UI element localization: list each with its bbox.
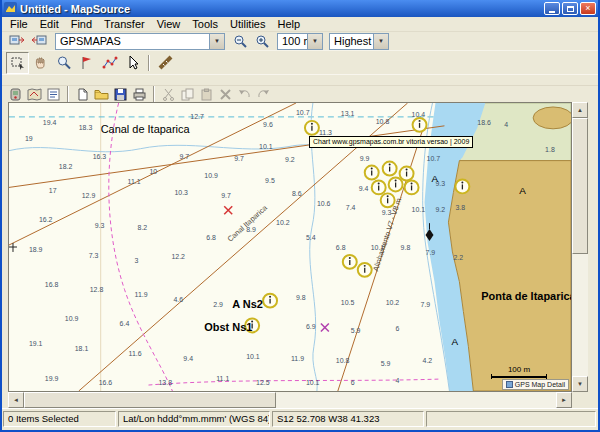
delete-x-icon (218, 88, 233, 101)
product-dropdown[interactable]: GPSMAPAS ▼ (55, 33, 225, 50)
menu-item-view[interactable]: View (151, 17, 187, 31)
route-tool-button[interactable] (98, 52, 121, 74)
map-product-button[interactable] (25, 87, 44, 102)
depth-sounding: 11.1 (128, 178, 141, 185)
selection-box-tool-button[interactable] (6, 52, 29, 74)
depth-sounding: 7.9 (426, 249, 436, 256)
scale-bar: 100 m (491, 365, 547, 379)
menu-item-find[interactable]: Find (65, 17, 98, 31)
scroll-down-button[interactable]: ▼ (572, 376, 588, 392)
depth-sounding: 16.2 (39, 216, 53, 223)
status-grid-format: Lat/Lon hddd°mm.mmm' (WGS 84) (118, 411, 270, 427)
open-device-button[interactable] (6, 87, 25, 102)
scroll-up-button[interactable]: ▲ (572, 102, 588, 118)
save-button[interactable] (111, 87, 130, 102)
buoy-symbol (400, 167, 414, 181)
zoom-in-icon (255, 34, 271, 48)
buoy-symbol (263, 294, 277, 308)
scroll-right-button[interactable]: ► (556, 392, 572, 408)
waypoint-manager-button[interactable] (44, 87, 63, 102)
undo-button[interactable] (235, 87, 254, 102)
depth-sounding: 10.7 (296, 109, 310, 116)
app-icon (4, 2, 17, 15)
toolbar-separator (67, 86, 69, 102)
maximize-button[interactable] (562, 2, 578, 15)
menu-item-file[interactable]: File (4, 17, 34, 31)
dropdown-arrow-icon[interactable]: ▼ (373, 34, 388, 49)
open-folder-icon (94, 88, 109, 101)
status-position: S12 52.708 W38 41.323 (272, 411, 424, 427)
dropdown-arrow-icon[interactable]: ▼ (209, 34, 224, 49)
minimize-button[interactable] (544, 2, 560, 15)
depth-sounding: 13.1 (341, 110, 355, 117)
map-label: Ponta de Itaparica (481, 290, 571, 302)
waypoint-tool-button[interactable] (75, 52, 98, 74)
map-viewport[interactable]: 19.41918.312.710.713.110.811.316.110.49.… (8, 102, 572, 392)
cut-button[interactable] (159, 87, 178, 102)
zoom-in-button[interactable] (252, 33, 274, 49)
select-arrow-tool-button[interactable] (121, 52, 144, 74)
status-filler (426, 411, 596, 427)
scroll-left-button[interactable]: ◄ (8, 392, 24, 408)
depth-sounding: 10.7 (427, 155, 441, 162)
horizontal-scrollbar[interactable]: ◄ ► (8, 392, 572, 408)
menu-item-utilities[interactable]: Utilities (224, 17, 271, 31)
vertical-scroll-thumb[interactable] (572, 118, 588, 254)
vertical-scrollbar[interactable]: ▲ ▼ (572, 102, 588, 392)
zoom-scale-dropdown[interactable]: 100 m ▼ (277, 33, 323, 50)
toolbar-main: GPSMAPAS ▼ 100 m ▼ Highest ▼ (2, 32, 598, 50)
pan-hand-tool-button[interactable] (29, 52, 52, 74)
depth-sounding: 11.9 (135, 291, 148, 298)
depth-sounding: 10.9 (204, 172, 218, 179)
zoom-tool-button[interactable] (52, 52, 75, 74)
nautical-chart[interactable]: 19.41918.312.710.713.110.811.316.110.49.… (9, 103, 571, 391)
depth-sounding: 9.7 (221, 192, 231, 199)
distance-tool-button[interactable] (154, 52, 177, 74)
new-document-button[interactable] (73, 87, 92, 102)
send-to-device-button[interactable] (6, 33, 28, 49)
depth-sounding: 10.3 (174, 189, 188, 196)
selection-box-icon (10, 55, 26, 71)
buoy-symbol (405, 180, 419, 194)
buoy-symbol (413, 118, 427, 132)
copy-button[interactable] (178, 87, 197, 102)
paste-button[interactable] (197, 87, 216, 102)
buoy-symbol (372, 180, 386, 194)
depth-sounding: 3 (135, 257, 139, 264)
zoom-out-button[interactable] (230, 33, 252, 49)
depth-sounding: 9.7 (179, 153, 189, 160)
copy-icon (180, 88, 195, 101)
depth-sounding: 16.8 (45, 281, 59, 288)
depth-sounding: 9.4 (183, 355, 193, 362)
depth-sounding: 7.3 (89, 252, 99, 259)
map-label: A (519, 185, 526, 196)
detail-level-dropdown[interactable]: Highest ▼ (329, 33, 389, 50)
depth-sounding: 10.6 (317, 200, 331, 207)
horizontal-scroll-thumb[interactable] (24, 392, 276, 408)
depth-sounding: 19.1 (29, 340, 43, 347)
receive-from-device-button[interactable] (28, 33, 50, 49)
open-file-button[interactable] (92, 87, 111, 102)
depth-sounding: 6.8 (336, 244, 346, 251)
save-floppy-icon (113, 88, 128, 101)
scale-label: 100 m (491, 365, 547, 374)
map-detail-icon (506, 381, 513, 388)
depth-sounding: 12.8 (90, 286, 104, 293)
menu-item-help[interactable]: Help (271, 17, 306, 31)
delete-button[interactable] (216, 87, 235, 102)
depth-sounding: 11.3 (319, 129, 332, 136)
gps-map-detail-toggle[interactable]: GPS Map Detail (502, 379, 569, 390)
dropdown-arrow-icon[interactable]: ▼ (307, 34, 322, 49)
depth-sounding: 18.2 (59, 163, 73, 170)
menu-item-edit[interactable]: Edit (34, 17, 65, 31)
depth-sounding: 7.4 (346, 204, 356, 211)
menu-item-transfer[interactable]: Transfer (98, 17, 151, 31)
close-button[interactable]: × (580, 2, 596, 15)
menu-item-tools[interactable]: Tools (186, 17, 224, 31)
statusbar: 0 Items Selected Lat/Lon hddd°mm.mmm' (W… (2, 408, 598, 430)
scrollbar-corner (572, 392, 588, 408)
depth-sounding: 11.9 (291, 355, 304, 362)
titlebar[interactable]: Untitled - MapSource × (2, 0, 598, 17)
print-button[interactable] (130, 87, 149, 102)
redo-button[interactable] (254, 87, 273, 102)
